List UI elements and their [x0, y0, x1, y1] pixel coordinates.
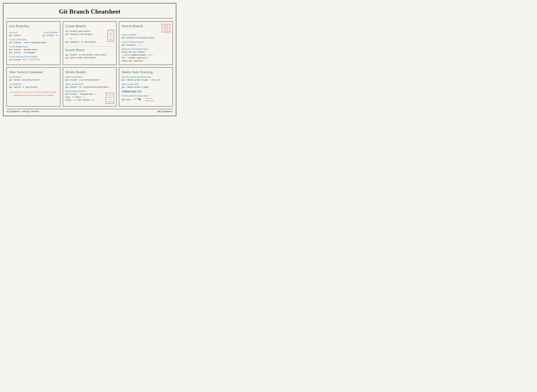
list-upstream-label: List by Upstream & Last Commit: [9, 56, 58, 58]
delete-merged-label: Delete merged branches: [66, 90, 114, 93]
card-create-branch: Create Branch git branch new-branch git …: [63, 21, 117, 65]
hub-sync-sublabel: Sync branches & delete merged: [122, 95, 170, 97]
dry-run-label: Test Run without Actually Pruning: [122, 76, 170, 78]
create-onestep-cmd: git checkout -b new-branch: [66, 41, 114, 44]
list-remote-label: Local & Remote: [44, 31, 57, 34]
main-default-box: main asdefaultnotmaster: [106, 93, 114, 104]
footer: elijahmanor.com/git-branch @elijahmanor: [6, 109, 173, 113]
prune-local-label: Delete locale branch: [122, 83, 170, 85]
rename-cmd2: git push origin new-branch: [66, 56, 114, 59]
card-grid: List Branches List Local Local & Remote …: [6, 21, 173, 107]
footer-right: @elijahmanor: [158, 110, 173, 113]
delete-remote-label: Delete remote branch: [66, 83, 114, 85]
list-merged-cmd1: git branch --merged main: [9, 48, 58, 51]
list-merged-label: List by Merged Status: [9, 46, 58, 48]
annotation-this-is-nice: ⟵ THIS IS NICE: [27, 59, 40, 61]
card-new-switch: New Switch Command Switch Branch git swi…: [6, 67, 60, 107]
switch-prev-label: Switch to Previous Branch: [122, 41, 170, 43]
switch-branch-sub-cmd: git switch existing-branch: [9, 79, 58, 82]
interactive-alias-label: Interactive Switch Branch Alias: [122, 48, 170, 50]
switch-branch-sub-label: Switch Branch: [9, 76, 58, 78]
list-commit-date-cmd: git branch --sort=-committerdate: [9, 41, 58, 44]
alias-cmd1: alias cb='git branch: [122, 51, 148, 54]
hub-cli-label: GitHub Hub CLI: [122, 90, 170, 93]
create-branch-sub-label: Create Branch: [9, 83, 58, 85]
alias-cmd4: xargs git checkout': [122, 59, 148, 62]
switch-to-branch-cmd: git checkout existing-branch: [122, 37, 170, 39]
rename-branch-title: Rename Branch: [66, 48, 114, 52]
arrow-left-prev: ⟵: [139, 44, 141, 46]
new-switch-title: New Switch Command: [9, 70, 58, 74]
switch-branch-title: Switch Branch: [122, 24, 143, 28]
i-use-these-box: I USETHESEA LOT: [162, 24, 170, 32]
delete-merged-cmd2: grep -v "main" |: [66, 96, 96, 99]
delete-stale-title: Delete Stale Tracking: [122, 70, 170, 74]
delete-merged-cmd3: xargs -n 1 git branch -d: [66, 98, 96, 102]
delete-remote-cmd: git branch -dr origin/existing-branch: [66, 86, 114, 89]
create-cmd2: git checkout new-branch: [66, 33, 92, 36]
create-branch-sub-cmd: git switch -c new-branch: [9, 86, 58, 89]
new-switch-note: This command is new as of v2.27.0 and wa…: [9, 91, 58, 97]
or-separator: ... or ...: [66, 37, 114, 40]
switch-to-branch-label: Switch to Branch: [122, 34, 170, 36]
list-upstream-cmd: git branch -vv: [9, 58, 25, 61]
alias-cmd2: --sort=-committerdate |: [122, 54, 148, 57]
list-merged-cmd2: git branch --no-merged: [9, 51, 58, 54]
card-switch-branch: Switch Branch I USETHESEA LOT Switch to …: [119, 21, 173, 65]
i-use-this-annotation: I use thisall the time!: [145, 97, 154, 102]
create-branch-title: Create Branch: [66, 24, 114, 28]
list-commit-date-label: List by Commit Date: [9, 38, 58, 41]
delete-local-cmd: git branch -d existing-branch: [66, 79, 114, 82]
arrow-left-alias: ⟵: [149, 53, 153, 57]
page-title: Git Branch Cheatsheet: [6, 6, 173, 18]
hub-sync-arrow: [132, 98, 144, 102]
page: Git Branch Cheatsheet List Branches List…: [3, 3, 176, 116]
delete-local-label: Delete locale branch: [66, 76, 114, 78]
footer-left: elijahmanor.com/git-branch: [6, 110, 39, 113]
card-delete-stale: Delete Stale Tracking Test Run without A…: [119, 67, 173, 107]
card-delete-branch: Delete Branch Delete locale branch git b…: [63, 67, 117, 107]
list-local-label: List Local: [9, 31, 18, 34]
delete-merged-cmd1: git branch --merged main |: [66, 93, 96, 96]
card-list-branches: List Branches List Local Local & Remote …: [6, 21, 60, 65]
list-local-commands: git branch git branch -a: [9, 34, 58, 37]
rename-cmd1: git branch -m old-branch new-branch: [66, 53, 114, 56]
switch-prev-cmd: git checkout -: [122, 44, 138, 47]
list-local-header: List Local Local & Remote: [9, 30, 58, 34]
two-steps-box: 2 stepsor1 step: [108, 30, 114, 42]
prune-local-cmd: git remote prune origin: [122, 86, 170, 89]
alias-cmd3: fzf --header Checkout |: [122, 56, 148, 59]
list-branches-title: List Branches: [9, 24, 58, 28]
delete-branch-title: Delete Branch: [66, 70, 114, 74]
hub-sync-cmd: hub sync: [122, 98, 131, 101]
create-cmd1: git branch new-branch: [66, 30, 92, 33]
dry-run-cmd: git remote prune origin --dry-run: [122, 79, 170, 82]
